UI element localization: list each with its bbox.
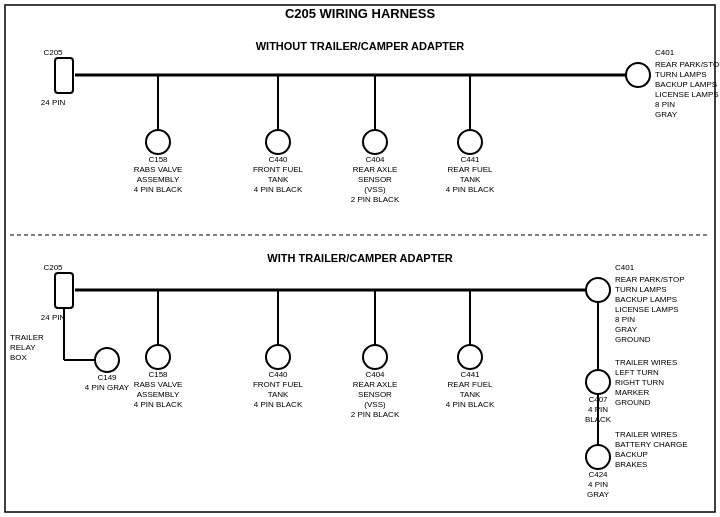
c205-top-label: C205 bbox=[43, 48, 63, 57]
diagram-title: C205 WIRING HARNESS bbox=[285, 6, 436, 21]
c424-connector bbox=[586, 445, 610, 469]
c158-bottom-desc1: RABS VALVE bbox=[134, 380, 183, 389]
c158-bottom-label: C158 bbox=[148, 370, 168, 379]
c205-bottom-connector bbox=[55, 273, 73, 308]
c205-bottom-label: C205 bbox=[43, 263, 63, 272]
c407-marker: MARKER bbox=[615, 388, 649, 397]
c440-top-label: C440 bbox=[268, 155, 288, 164]
c440-top-desc3: 4 PIN BLACK bbox=[254, 185, 303, 194]
c441-top-connector bbox=[458, 130, 482, 154]
c407-ground: GROUND bbox=[615, 398, 651, 407]
c424-backup: BACKUP bbox=[615, 450, 648, 459]
c401-top-connector bbox=[626, 63, 650, 87]
c441-bottom-desc1: REAR FUEL bbox=[448, 380, 493, 389]
c401-bottom-ground: GROUND bbox=[615, 335, 651, 344]
c401-bottom-connector bbox=[586, 278, 610, 302]
c404-bottom-connector bbox=[363, 345, 387, 369]
c404-top-desc2: SENSOR bbox=[358, 175, 392, 184]
c407-connector bbox=[586, 370, 610, 394]
c401-top-desc2: TURN LAMPS bbox=[655, 70, 707, 79]
c404-bottom-desc1: REAR AXLE bbox=[353, 380, 397, 389]
c441-bottom-desc2: TANK bbox=[460, 390, 481, 399]
c158-top-desc1: RABS VALVE bbox=[134, 165, 183, 174]
c401-top-desc3: BACKUP LAMPS bbox=[655, 80, 717, 89]
c441-top-desc2: TANK bbox=[460, 175, 481, 184]
c401-bottom-desc3: BACKUP LAMPS bbox=[615, 295, 677, 304]
c441-bottom-desc3: 4 PIN BLACK bbox=[446, 400, 495, 409]
c441-top-desc1: REAR FUEL bbox=[448, 165, 493, 174]
c424-brakes: BRAKES bbox=[615, 460, 647, 469]
c441-top-label: C441 bbox=[460, 155, 480, 164]
c424-battery-charge: BATTERY CHARGE bbox=[615, 440, 687, 449]
c407-right-turn: RIGHT TURN bbox=[615, 378, 664, 387]
c401-top-desc4: LICENSE LAMPS bbox=[655, 90, 719, 99]
c440-bottom-label: C440 bbox=[268, 370, 288, 379]
c404-top-desc3: (VSS) bbox=[364, 185, 386, 194]
c440-top-connector bbox=[266, 130, 290, 154]
trailer-relay-label: TRAILER bbox=[10, 333, 44, 342]
c404-bottom-label: C404 bbox=[365, 370, 385, 379]
c401-top-color: GRAY bbox=[655, 110, 678, 119]
c205-bottom-pin-label: 24 PIN bbox=[41, 313, 66, 322]
c440-bottom-desc1: FRONT FUEL bbox=[253, 380, 304, 389]
c401-bottom-desc2: TURN LAMPS bbox=[615, 285, 667, 294]
c424-trailer-wires: TRAILER WIRES bbox=[615, 430, 677, 439]
c149-label: C149 bbox=[97, 373, 117, 382]
c440-top-desc1: FRONT FUEL bbox=[253, 165, 304, 174]
c158-top-desc3: 4 PIN BLACK bbox=[134, 185, 183, 194]
c149-connector bbox=[95, 348, 119, 372]
c404-bottom-desc4: 2 PIN BLACK bbox=[351, 410, 400, 419]
c158-bottom-desc3: 4 PIN BLACK bbox=[134, 400, 183, 409]
c149-desc: 4 PIN GRAY bbox=[85, 383, 130, 392]
c401-bottom-pin: 8 PIN bbox=[615, 315, 635, 324]
wiring-diagram: C205 WIRING HARNESS WITHOUT TRAILER/CAMP… bbox=[0, 0, 720, 517]
c404-top-desc1: REAR AXLE bbox=[353, 165, 397, 174]
c424-label: C424 bbox=[588, 470, 608, 479]
c440-bottom-connector bbox=[266, 345, 290, 369]
c158-top-connector bbox=[146, 130, 170, 154]
top-section-label: WITHOUT TRAILER/CAMPER ADAPTER bbox=[256, 40, 465, 52]
c401-bottom-label: C401 bbox=[615, 263, 635, 272]
c440-top-desc2: TANK bbox=[268, 175, 289, 184]
c424-color: GRAY bbox=[587, 490, 610, 499]
c407-trailer-wires: TRAILER WIRES bbox=[615, 358, 677, 367]
c441-top-desc3: 4 PIN BLACK bbox=[446, 185, 495, 194]
c158-top-label: C158 bbox=[148, 155, 168, 164]
c440-bottom-desc2: TANK bbox=[268, 390, 289, 399]
c404-bottom-desc2: SENSOR bbox=[358, 390, 392, 399]
trailer-relay-label2: RELAY bbox=[10, 343, 36, 352]
c424-pin: 4 PIN bbox=[588, 480, 608, 489]
c158-bottom-desc2: ASSEMBLY bbox=[137, 390, 180, 399]
c401-bottom-desc1: REAR PARK/STOP bbox=[615, 275, 685, 284]
c404-top-label: C404 bbox=[365, 155, 385, 164]
c441-bottom-connector bbox=[458, 345, 482, 369]
c158-bottom-connector bbox=[146, 345, 170, 369]
c440-bottom-desc3: 4 PIN BLACK bbox=[254, 400, 303, 409]
c158-top-desc2: ASSEMBLY bbox=[137, 175, 180, 184]
c401-top-desc1: REAR PARK/STOP bbox=[655, 60, 720, 69]
c407-left-turn: LEFT TURN bbox=[615, 368, 659, 377]
c205-top-connector bbox=[55, 58, 73, 93]
c404-top-connector bbox=[363, 130, 387, 154]
c401-top-pin: 8 PIN bbox=[655, 100, 675, 109]
trailer-relay-label3: BOX bbox=[10, 353, 28, 362]
c441-bottom-label: C441 bbox=[460, 370, 480, 379]
c401-bottom-color: GRAY bbox=[615, 325, 638, 334]
c401-top-label: C401 bbox=[655, 48, 675, 57]
c205-top-pin-label: 24 PIN bbox=[41, 98, 66, 107]
c401-bottom-desc4: LICENSE LAMPS bbox=[615, 305, 679, 314]
bottom-section-label: WITH TRAILER/CAMPER ADAPTER bbox=[267, 252, 452, 264]
c404-bottom-desc3: (VSS) bbox=[364, 400, 386, 409]
c404-top-desc4: 2 PIN BLACK bbox=[351, 195, 400, 204]
